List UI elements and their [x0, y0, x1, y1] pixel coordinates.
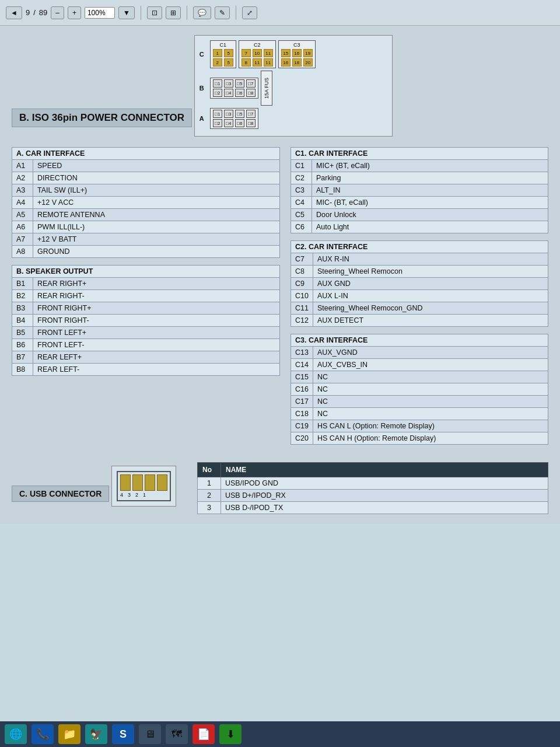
pin-a8: □8	[246, 119, 256, 127]
pin-b3: □3	[224, 79, 233, 88]
row-code: C6	[291, 221, 312, 233]
connector-row-c: C C1 1 5 2 5 C2 7 10 11	[200, 40, 387, 68]
zoom-in-btn[interactable]: +	[68, 6, 81, 19]
taskbar-btn-map[interactable]: 🗺	[166, 724, 188, 744]
taskbar-btn-globe[interactable]: 🌐	[5, 724, 27, 744]
pin-c3-1: 15	[281, 49, 290, 57]
row-code: C4	[291, 197, 312, 209]
pin-b8: □8	[246, 89, 256, 97]
row-name: HS CAN L (Option: Remote Display)	[313, 420, 548, 432]
row-code: B5	[12, 327, 33, 339]
table-row: B8REAR LEFT-	[12, 364, 280, 376]
taskbar-btn-bird[interactable]: 🦅	[85, 724, 107, 744]
b-bot-pins: □2 □4 □6 □8	[213, 89, 256, 97]
pin-a2: □2	[213, 119, 222, 127]
table-row: A1SPEED	[12, 160, 280, 172]
comment-btn[interactable]: 💬	[193, 6, 211, 19]
table-row: C19HS CAN L (Option: Remote Display)	[291, 420, 548, 432]
zoom-dropdown-btn[interactable]: ▼	[118, 6, 135, 19]
row-name: +12 V ACC	[33, 197, 280, 209]
table-row: C3ALT_IN	[291, 184, 548, 197]
row-code: B8	[12, 364, 33, 376]
tables-wrapper: A. CAR INTERFACE A1SPEEDA2DIRECTIONA3TAI…	[12, 147, 548, 452]
fullscreen-btn[interactable]: ⤢	[242, 6, 257, 19]
table-row: C8Steering_Wheel Remocon	[291, 266, 548, 278]
taskbar-btn-s[interactable]: S	[112, 724, 134, 744]
taskbar-btn-download[interactable]: ⬇	[219, 724, 242, 744]
table-row: C7AUX R-IN	[291, 253, 548, 266]
separator3	[236, 6, 236, 20]
usb-diagram: 4 3 2 1	[111, 466, 176, 507]
pin-b7: □7	[246, 79, 256, 88]
row-name: GROUND	[33, 246, 280, 258]
pin-b5: □5	[235, 79, 244, 88]
taskbar-btn-pdf[interactable]: 📄	[192, 724, 215, 744]
c1-bot-pins: 2 5	[213, 58, 233, 67]
row-name: REAR LEFT-	[33, 364, 280, 376]
table-row: C10AUX L-IN	[291, 290, 548, 302]
row-name: FRONT RIGHT+	[33, 302, 280, 315]
table-row: B2REAR RIGHT-	[12, 290, 280, 302]
row-name: NC	[313, 396, 548, 408]
pin-a7: □7	[246, 110, 256, 118]
edit-btn[interactable]: ✎	[215, 6, 230, 19]
usb-row-name: USB/IPOD GND	[221, 477, 548, 490]
row-name: NC	[313, 371, 548, 383]
usb-table: No NAME 1USB/IPOD GND2USB D+/IPOD_RX3USB…	[197, 462, 548, 514]
row-name: FRONT LEFT-	[33, 339, 280, 351]
page-sep: /	[33, 8, 36, 17]
usb-connector-box: 4 3 2 1	[117, 471, 171, 501]
row-name: AUX GND	[313, 278, 548, 290]
pin-c3-4: 16	[281, 58, 290, 67]
usb-pin-labels: 4 3 2 1	[120, 492, 167, 498]
pin-b1: □1	[213, 79, 222, 88]
taskbar-btn-phone[interactable]: 📞	[32, 724, 54, 744]
main-content: B. ISO 36pin POWER CONNECTOR C C1 1 5 2 …	[0, 26, 560, 523]
pin-c2-2: 10	[253, 49, 262, 57]
row-name: Auto Light	[312, 221, 548, 233]
row-code: B6	[12, 339, 33, 351]
map-icon: 🗺	[172, 728, 182, 741]
pin-a5: □5	[235, 110, 244, 118]
pin-c3-3: 19	[303, 49, 313, 57]
row-name: AUX R-IN	[313, 253, 548, 266]
section-c2-table: C2. CAR INTERFACE C7AUX R-INC8Steering_W…	[290, 240, 548, 327]
table-row: 3USB D-/IPOD_TX	[198, 502, 548, 514]
section-c3-table: C3. CAR INTERFACE C13AUX_VGNDC14AUX_CVBS…	[290, 334, 548, 445]
table-row: B5FRONT LEFT+	[12, 327, 280, 339]
c2-group: C2 7 10 11 8 11 11	[239, 40, 276, 68]
fit-page-btn[interactable]: ⊡	[147, 6, 162, 19]
row-code: C14	[291, 359, 313, 371]
row-code: B3	[12, 302, 33, 315]
usb-section: C. USB CONNECTOR 4 3 2 1	[12, 462, 187, 514]
row-code: B2	[12, 290, 33, 302]
row-code: C18	[291, 408, 313, 420]
zoom-out-btn[interactable]: –	[51, 6, 64, 19]
usb-row-no: 2	[198, 490, 221, 502]
table-row: C17NC	[291, 396, 548, 408]
usb-title: C. USB CONNECTOR	[12, 486, 109, 502]
row-code: A2	[12, 172, 33, 184]
bottom-wrapper: C. USB CONNECTOR 4 3 2 1	[12, 462, 548, 514]
taskbar-btn-monitor[interactable]: 🖥	[139, 724, 161, 744]
row-code: C3	[291, 184, 312, 197]
row-name: AUX_CVBS_IN	[313, 359, 548, 371]
usb-col-no: No	[198, 463, 221, 477]
table-row: C12AUX DETECT	[291, 315, 548, 327]
row-code: C8	[291, 266, 313, 278]
download-icon: ⬇	[226, 728, 235, 741]
c3-top-pins: 15 16 19	[281, 49, 313, 57]
row-name: REAR RIGHT+	[33, 278, 280, 290]
zoom-input[interactable]	[85, 7, 115, 19]
row-name: FRONT RIGHT-	[33, 315, 280, 327]
fit-width-btn[interactable]: ⊞	[166, 6, 181, 19]
section-c2-header: C2. CAR INTERFACE	[291, 241, 548, 253]
usb-label-4: 4	[120, 492, 123, 498]
c1-top-pins: 1 5	[213, 49, 233, 57]
row-name: HS CAN H (Option: Remote Display)	[313, 432, 548, 445]
usb-table-section: No NAME 1USB/IPOD GND2USB D+/IPOD_RX3USB…	[197, 462, 548, 514]
row-name: Door Unlock	[312, 209, 548, 221]
row-name: DIRECTION	[33, 172, 280, 184]
taskbar-btn-folder[interactable]: 📁	[58, 724, 80, 744]
back-btn[interactable]: ◄	[6, 6, 22, 19]
